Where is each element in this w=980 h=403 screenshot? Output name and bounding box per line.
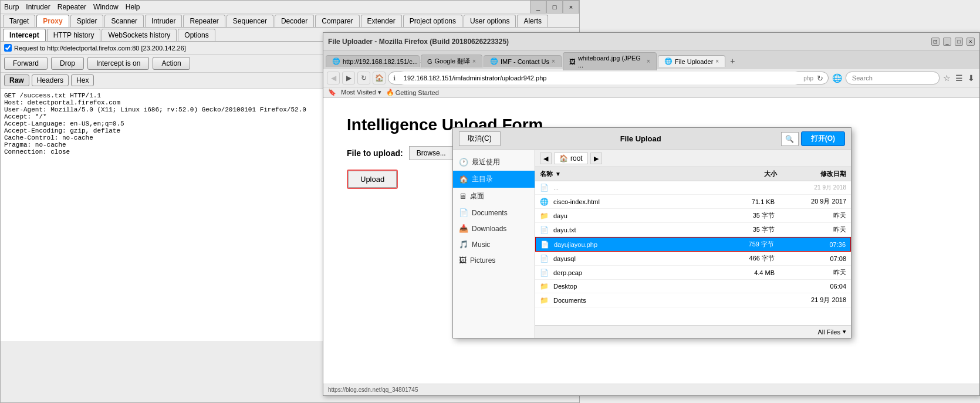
firefox-minimize-button[interactable]: _ — [943, 38, 951, 46]
format-tab-raw[interactable]: Raw — [4, 74, 29, 86]
sort-arrow-icon: ▼ — [555, 171, 561, 177]
file-row-7[interactable]: 📁 Documents 21 9月 2018 — [535, 293, 851, 307]
browser-tab-2[interactable]: 🌐 IMF - Contact Us × — [484, 55, 562, 67]
file-row-6[interactable]: 📁 Desktop 06:04 — [535, 280, 851, 293]
file-row-5[interactable]: 📄 derp.pcap 4.4 MB 昨天 — [535, 266, 851, 280]
file-date-5: 昨天 — [782, 268, 846, 277]
file-date-4: 07:08 — [782, 255, 846, 262]
php-badge: php — [803, 75, 813, 82]
file-name-0: cisco-index.html — [553, 198, 730, 205]
dialog-open-button[interactable]: 打开(O) — [801, 131, 845, 146]
browser-tab-4[interactable]: 🌐 File Uploader × — [658, 55, 725, 67]
tab-scanner[interactable]: Scanner — [104, 15, 144, 27]
tab-alerts[interactable]: Alerts — [517, 15, 548, 27]
tab-decoder[interactable]: Decoder — [275, 15, 314, 27]
refresh-icon[interactable]: ↻ — [817, 74, 823, 83]
file-row-partial[interactable]: 📄 ... 21 9月 2018 — [535, 181, 851, 195]
intercept-button[interactable]: Intercept is on — [87, 57, 149, 70]
sidebar-recent[interactable]: 🕐 最近使用 — [453, 154, 535, 171]
menu-window[interactable]: Window — [93, 3, 119, 11]
bookmark-most-visited[interactable]: Most Visited ▾ — [341, 89, 381, 96]
firefox-title-bar: File Uploader - Mozilla Firefox (Build 2… — [323, 33, 979, 50]
documents-icon: 📄 — [459, 208, 468, 217]
tab-close-1[interactable]: × — [472, 58, 476, 65]
tab-spider[interactable]: Spider — [70, 15, 104, 27]
address-input[interactable] — [398, 72, 801, 84]
file-row-3[interactable]: 📄 dayujiayou.php 759 字节 07:36 — [535, 237, 851, 252]
browser-tab-3[interactable]: 🖼 whiteboard.jpg (JPEG ... × — [563, 52, 657, 70]
browser-tab-bar: 🌐 http://192.168.182.151/c... × G Google… — [323, 50, 979, 69]
menu-repeater[interactable]: Repeater — [58, 3, 86, 11]
most-visited-label: Most Visited ▾ — [341, 89, 381, 96]
tab-proxy[interactable]: Proxy — [36, 15, 69, 27]
tab-close-2[interactable]: × — [552, 58, 555, 65]
firefox-window: File Uploader - Mozilla Firefox (Build 2… — [323, 32, 980, 396]
forward-button[interactable]: Forward — [4, 57, 48, 70]
sidebar-home[interactable]: 🏠 主目录 — [453, 171, 535, 188]
tab-label-2: IMF - Contact Us — [501, 58, 549, 65]
sidebar-music[interactable]: 🎵 Music — [453, 236, 535, 252]
download-icon[interactable]: ⬇ — [967, 72, 976, 84]
tab-project-options[interactable]: Project options — [403, 15, 462, 27]
request-checkbox[interactable] — [4, 44, 12, 52]
file-row-4[interactable]: 📄 dayusql 466 字节 07:08 — [535, 252, 851, 266]
file-dialog-body: 🕐 最近使用 🏠 主目录 🖥 桌面 📄 Documents — [453, 150, 851, 338]
file-row-0[interactable]: 🌐 cisco-index.html 71.1 KB 20 9月 2017 — [535, 195, 851, 209]
tab-target[interactable]: Target — [3, 15, 35, 27]
firefox-maximize-button[interactable]: □ — [955, 38, 963, 46]
format-tab-hex[interactable]: Hex — [71, 74, 94, 86]
burp-minimize-button[interactable]: _ — [530, 1, 546, 13]
search-input[interactable] — [846, 72, 940, 84]
new-tab-button[interactable]: + — [726, 55, 738, 67]
tab-close-4[interactable]: × — [715, 58, 719, 65]
sub-tab-options[interactable]: Options — [178, 29, 215, 41]
browse-button[interactable]: Browse... — [409, 146, 454, 160]
path-forward-button[interactable]: ▶ — [590, 153, 602, 164]
sidebar-desktop[interactable]: 🖥 桌面 — [453, 188, 535, 205]
browser-tab-1[interactable]: G Google 翻译 × — [421, 55, 482, 67]
bookmark-getting-started[interactable]: 🔥 Getting Started — [386, 89, 439, 96]
tab-comparer[interactable]: Comparer — [315, 15, 359, 27]
file-row-2[interactable]: 📄 dayu.txt 35 字节 昨天 — [535, 223, 851, 237]
menu-burp[interactable]: Burp — [4, 3, 19, 11]
back-button[interactable]: ◀ — [327, 72, 340, 84]
menu-help[interactable]: Help — [126, 3, 140, 11]
browser-tab-0[interactable]: 🌐 http://192.168.182.151/c... × — [326, 55, 420, 67]
forward-nav-button[interactable]: ▶ — [342, 72, 355, 84]
tab-close-3[interactable]: × — [647, 58, 650, 65]
home-button[interactable]: 🏠 — [373, 72, 386, 84]
sidebar-downloads[interactable]: 📥 Downloads — [453, 221, 535, 236]
tab-intruder[interactable]: Intruder — [145, 15, 182, 27]
sidebar-pictures[interactable]: 🖼 Pictures — [453, 252, 535, 268]
sub-tab-intercept[interactable]: Intercept — [3, 29, 46, 41]
dialog-search-button[interactable]: 🔍 — [781, 132, 799, 146]
burp-maximize-button[interactable]: □ — [546, 1, 563, 13]
upload-button[interactable]: Upload — [348, 171, 397, 188]
firefox-restore-button[interactable]: ⊡ — [931, 38, 940, 46]
sub-tab-websockets-history[interactable]: WebSockets history — [102, 29, 177, 41]
action-button[interactable]: Action — [153, 57, 190, 70]
address-bar-container: ℹ php ↻ — [388, 72, 829, 84]
path-text: root — [570, 154, 583, 162]
tab-sequencer[interactable]: Sequencer — [227, 15, 273, 27]
tab-repeater[interactable]: Repeater — [183, 15, 225, 27]
sidebar-documents[interactable]: 📄 Documents — [453, 205, 535, 221]
file-icon-7: 📁 — [540, 296, 549, 304]
reader-icon[interactable]: ☰ — [954, 72, 964, 84]
firefox-close-button[interactable]: × — [967, 38, 975, 46]
file-row-1[interactable]: 📁 dayu 35 字节 昨天 — [535, 209, 851, 223]
tab-label-4: File Uploader — [675, 58, 713, 65]
tab-user-options[interactable]: User options — [464, 15, 516, 27]
burp-close-button[interactable]: × — [563, 1, 579, 13]
drop-button[interactable]: Drop — [51, 57, 84, 70]
format-tab-headers[interactable]: Headers — [32, 74, 69, 86]
tab-extender[interactable]: Extender — [361, 15, 402, 27]
menu-intruder[interactable]: Intruder — [26, 3, 50, 11]
tab-favicon-2: 🌐 — [490, 57, 498, 65]
reload-button[interactable]: ↻ — [357, 72, 370, 84]
path-back-button[interactable]: ◀ — [540, 153, 552, 164]
bookmark-star-icon[interactable]: ☆ — [942, 72, 952, 84]
dialog-cancel-button[interactable]: 取消(C) — [459, 131, 501, 146]
sub-tab-http-history[interactable]: HTTP history — [47, 29, 101, 41]
file-name-5: derp.pcap — [553, 269, 730, 276]
